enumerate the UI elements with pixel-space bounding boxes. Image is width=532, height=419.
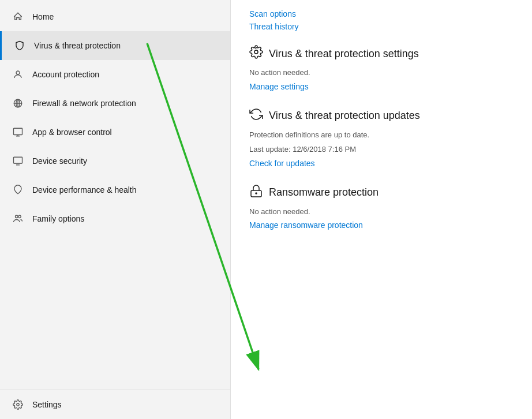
section-desc1-vtp-updates: Protection definitions are up to date. <box>249 129 514 141</box>
app-browser-icon <box>12 126 24 139</box>
sidebar-bottom: Settings <box>0 390 230 419</box>
svg-point-0 <box>16 71 20 74</box>
section-icon-vtp-settings <box>249 45 263 62</box>
section-desc-ransomware: No action needed. <box>249 206 514 218</box>
sidebar-item-label-device-perf: Device performance & health <box>32 185 137 194</box>
section-header-vtp-settings: Virus & threat protection settings <box>249 45 514 62</box>
section-vtp-settings: Virus & threat protection settingsNo act… <box>249 45 514 91</box>
svg-rect-3 <box>14 128 23 134</box>
sidebar-item-label-virus: Virus & threat protection <box>34 41 121 50</box>
sidebar-item-device-security[interactable]: Device security <box>0 147 230 175</box>
sidebar-item-device-perf[interactable]: Device performance & health <box>0 175 230 204</box>
section-title-ransomware: Ransomware protection <box>269 186 379 199</box>
sidebar-item-family[interactable]: Family options <box>0 204 230 233</box>
svg-point-6 <box>18 215 21 218</box>
family-icon <box>12 212 24 225</box>
device-security-icon <box>12 155 24 167</box>
device-perf-icon <box>12 184 24 196</box>
section-title-vtp-updates: Virus & threat protection updates <box>269 110 420 122</box>
link-check-for-updates[interactable]: Check for updates <box>249 159 514 168</box>
link-threat-history[interactable]: Threat history <box>249 22 514 31</box>
sidebar-item-virus[interactable]: Virus & threat protection <box>0 31 230 60</box>
link-manage-settings[interactable]: Manage settings <box>249 82 514 91</box>
link-manage-ransomware[interactable]: Manage ransomware protection <box>249 220 514 230</box>
sidebar-item-firewall[interactable]: Firewall & network protection <box>0 89 230 118</box>
sidebar-item-settings[interactable]: Settings <box>0 390 230 419</box>
section-ransomware: Ransomware protectionNo action needed.Ma… <box>249 184 514 230</box>
svg-point-10 <box>256 193 257 194</box>
section-icon-ransomware <box>249 184 263 201</box>
sidebar-item-label-family: Family options <box>32 214 84 223</box>
main-content: Scan optionsThreat history Virus & threa… <box>231 0 532 419</box>
section-title-vtp-settings: Virus & threat protection settings <box>269 48 419 60</box>
svg-point-8 <box>254 50 258 54</box>
sidebar-item-label-device-security: Device security <box>32 156 87 166</box>
firewall-icon <box>12 97 24 110</box>
section-vtp-updates: Virus & threat protection updatesProtect… <box>249 107 514 168</box>
section-desc2-vtp-updates: Last update: 12/6/2018 7:16 PM <box>249 144 514 155</box>
account-icon <box>12 68 24 81</box>
sidebar-item-account[interactable]: Account protection <box>0 60 230 89</box>
sidebar-item-label-app-browser: App & browser control <box>32 128 112 137</box>
virus-icon <box>13 39 26 52</box>
section-header-ransomware: Ransomware protection <box>249 184 514 201</box>
sidebar: HomeVirus & threat protectionAccount pro… <box>0 0 231 419</box>
top-links: Scan optionsThreat history <box>249 9 514 31</box>
sidebar-item-label-account: Account protection <box>32 70 99 79</box>
sidebar-item-app-browser[interactable]: App & browser control <box>0 118 230 147</box>
svg-point-5 <box>16 215 18 218</box>
link-scan-options[interactable]: Scan options <box>249 9 514 18</box>
svg-point-7 <box>17 403 20 406</box>
settings-icon <box>12 398 24 411</box>
svg-rect-4 <box>14 157 23 163</box>
section-desc-vtp-settings: No action needed. <box>249 67 514 78</box>
home-icon <box>12 10 24 23</box>
sidebar-item-label-settings: Settings <box>32 400 62 409</box>
sidebar-item-home[interactable]: Home <box>0 2 230 31</box>
section-icon-vtp-updates <box>249 107 263 125</box>
section-header-vtp-updates: Virus & threat protection updates <box>249 107 514 125</box>
sidebar-item-label-home: Home <box>32 12 54 21</box>
sidebar-item-label-firewall: Firewall & network protection <box>32 99 136 108</box>
